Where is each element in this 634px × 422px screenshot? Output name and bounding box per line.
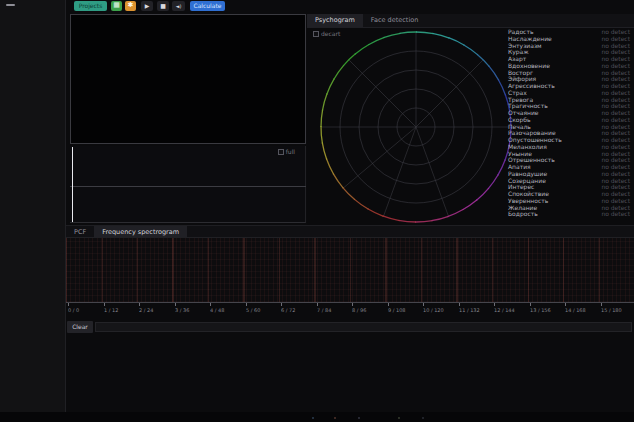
tab-face-detection[interactable]: Face detection xyxy=(363,14,426,27)
axis-tick xyxy=(565,303,566,306)
play-icon[interactable]: ▶ xyxy=(141,1,153,11)
axis-tick xyxy=(388,303,389,306)
axis-tick-label: 14 / 168 xyxy=(565,307,586,313)
axis-tick-label: 0 / 0 xyxy=(68,307,79,313)
calculate-button[interactable]: Calculate xyxy=(190,1,225,11)
taskbar-pixel xyxy=(398,417,400,419)
axis-tick-label: 3 / 36 xyxy=(175,307,189,313)
axis-tick-label: 13 / 156 xyxy=(530,307,551,313)
tab-frequency-spectrogram[interactable]: Frequency spectrogram xyxy=(94,226,187,237)
emotion-value: no detect xyxy=(601,211,630,218)
status-strip xyxy=(95,322,632,332)
axis-tick xyxy=(459,303,460,306)
bottom-edge-strip xyxy=(0,412,634,422)
axis-tick-label: 11 / 132 xyxy=(459,307,480,313)
axis-tick xyxy=(139,303,140,306)
axis-tick xyxy=(68,303,69,306)
axis-tick-label: 6 / 72 xyxy=(281,307,295,313)
projects-button[interactable]: Projects xyxy=(74,1,107,11)
psychogram-panel: Psychogram Face detection decart Радость… xyxy=(307,14,634,225)
full-checkbox[interactable]: full xyxy=(278,148,295,155)
tab-psychogram[interactable]: Psychogram xyxy=(307,14,363,27)
taskbar-pixel xyxy=(358,417,360,419)
menu-icon[interactable] xyxy=(6,4,15,6)
tab-pcf[interactable]: PCF xyxy=(66,226,94,237)
spectrogram-x-axis: 0 / 01 / 122 / 243 / 364 / 485 / 606 / 7… xyxy=(66,302,634,316)
clear-button[interactable]: Clear xyxy=(67,321,93,333)
axis-tick-label: 1 / 12 xyxy=(104,307,118,313)
waveform-baseline xyxy=(70,186,306,187)
psychogram-tabbar: Psychogram Face detection xyxy=(307,14,634,28)
emotion-list: Радостьno detectНаслаждениеno detectЭнту… xyxy=(508,29,630,218)
grid-icon[interactable]: ▦ xyxy=(111,1,122,11)
spectrogram-tabbar: PCF Frequency spectrogram xyxy=(66,225,634,238)
video-preview-panel xyxy=(70,14,306,144)
axis-tick-label: 9 / 108 xyxy=(388,307,406,313)
axis-tick xyxy=(494,303,495,306)
axis-tick-label: 5 / 60 xyxy=(246,307,260,313)
waveform-panel[interactable]: full xyxy=(70,146,306,223)
axis-tick xyxy=(281,303,282,306)
axis-tick-label: 15 / 180 xyxy=(601,307,622,313)
taskbar-pixel xyxy=(422,417,424,419)
emotion-row: Бодростьno detect xyxy=(508,211,630,218)
axis-tick-label: 7 / 84 xyxy=(317,307,331,313)
taskbar-pixel xyxy=(334,417,336,419)
axis-tick-label: 2 / 24 xyxy=(139,307,153,313)
axis-tick xyxy=(601,303,602,306)
axis-tick xyxy=(530,303,531,306)
full-checkbox-label: full xyxy=(286,148,295,155)
bottom-empty-panel xyxy=(66,336,634,412)
left-sidebar xyxy=(0,0,66,422)
axis-tick-label: 8 / 96 xyxy=(352,307,366,313)
spectrogram-plot xyxy=(66,238,634,302)
volume-icon[interactable]: ◄) xyxy=(172,1,185,11)
stop-icon[interactable]: ■ xyxy=(157,1,169,11)
playhead[interactable] xyxy=(72,147,73,222)
axis-tick xyxy=(423,303,424,306)
axis-tick-label: 12 / 144 xyxy=(494,307,515,313)
axis-tick xyxy=(104,303,105,306)
axis-tick-label: 10 / 120 xyxy=(423,307,444,313)
taskbar-pixel xyxy=(312,417,314,419)
axis-tick xyxy=(317,303,318,306)
checkbox-box-icon xyxy=(278,149,284,155)
axis-tick xyxy=(175,303,176,306)
axis-tick-label: 4 / 48 xyxy=(210,307,224,313)
axis-tick xyxy=(246,303,247,306)
axis-tick xyxy=(210,303,211,306)
psychogram-radar-chart xyxy=(316,27,516,227)
emotion-name: Бодрость xyxy=(508,211,538,218)
axis-tick xyxy=(352,303,353,306)
record-icon[interactable]: ✱ xyxy=(125,1,136,11)
